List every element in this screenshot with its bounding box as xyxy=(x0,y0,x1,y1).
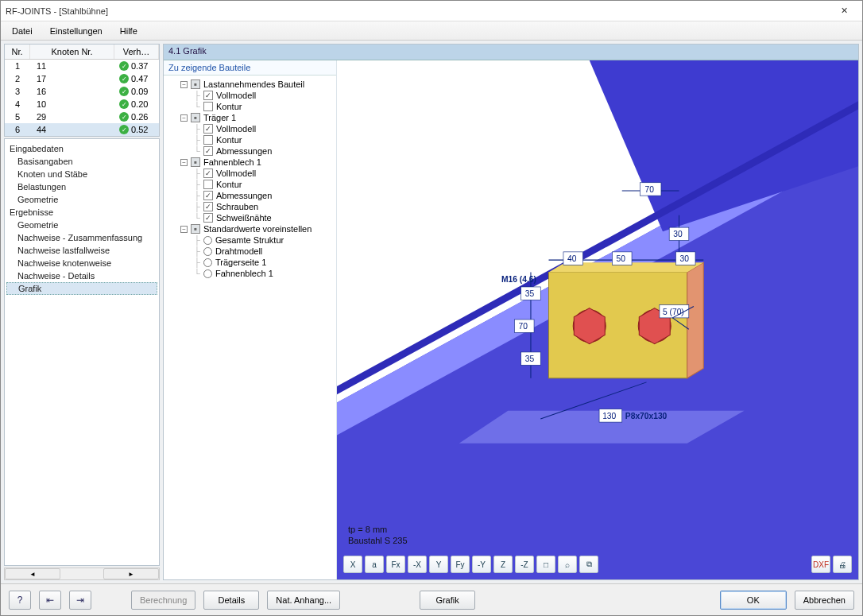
tree-item[interactable]: └Fahnenblech 1 xyxy=(165,268,335,279)
tree-line-icon: └ xyxy=(194,146,200,156)
menu-datei[interactable]: Datei xyxy=(4,24,41,38)
collapse-icon[interactable]: − xyxy=(180,81,188,88)
nav-item[interactable]: Nachweise lastfallweise xyxy=(6,244,157,257)
view-orient-button[interactable]: Fy xyxy=(451,556,470,573)
nav-item[interactable]: Knoten und Stäbe xyxy=(6,168,157,180)
tree-item[interactable]: ├Vollmodell xyxy=(165,90,335,101)
scroll-left-icon[interactable]: ◄ xyxy=(5,568,60,579)
checkbox[interactable] xyxy=(203,102,213,111)
print-button[interactable]: 🖨 xyxy=(833,556,852,573)
radio[interactable] xyxy=(203,269,212,278)
tree-item[interactable]: ├Vollmodell xyxy=(165,123,335,134)
view-orient-button[interactable]: ⌕ xyxy=(558,556,577,573)
nat-anhang-button[interactable]: Nat. Anhang... xyxy=(267,591,340,610)
tree-item[interactable]: ├Schrauben xyxy=(165,201,335,212)
collapse-icon[interactable]: − xyxy=(180,114,188,122)
nav-group[interactable]: Ergebnisse xyxy=(6,206,157,219)
cell-nr: 5 xyxy=(5,110,30,123)
tree-item[interactable]: ├Trägerseite 1 xyxy=(165,257,335,268)
tristate-checkbox[interactable] xyxy=(191,157,200,167)
view-orient-button[interactable]: □ xyxy=(536,556,555,573)
checkbox[interactable] xyxy=(203,124,213,134)
nav-item[interactable]: Nachweise - Zusammenfassung xyxy=(6,231,157,244)
left-column: Nr. Knoten Nr. Verh… 1 11 ✓0.372 17 ✓0.4… xyxy=(4,44,160,580)
ok-button[interactable]: OK xyxy=(720,591,787,610)
col-nr[interactable]: Nr. xyxy=(5,45,30,59)
tree-item[interactable]: ├Abmessungen xyxy=(165,190,335,201)
tristate-checkbox[interactable] xyxy=(191,79,200,89)
scroll-right-icon[interactable]: ► xyxy=(103,568,159,579)
table-row[interactable]: 3 16 ✓0.09 xyxy=(5,85,159,98)
table-row[interactable]: 2 17 ✓0.47 xyxy=(5,72,159,85)
cell-nr: 2 xyxy=(5,72,30,85)
tree-item[interactable]: └Kontur xyxy=(165,101,335,112)
radio[interactable] xyxy=(203,247,212,256)
tree-item[interactable]: ├Kontur xyxy=(165,179,335,190)
view-orient-button[interactable]: -Y xyxy=(472,556,491,573)
table-row[interactable]: 1 11 ✓0.37 xyxy=(5,60,159,72)
nav-scrollbar[interactable]: ◄ ► xyxy=(4,568,160,580)
details-button[interactable]: Details xyxy=(203,591,259,610)
table-row[interactable]: 4 10 ✓0.20 xyxy=(5,98,159,110)
collapse-icon[interactable]: − xyxy=(180,226,188,233)
checkbox[interactable] xyxy=(203,202,213,211)
nav-item[interactable]: Grafik xyxy=(6,282,157,295)
tree-item[interactable]: └Abmessungen xyxy=(165,145,335,157)
tree-group[interactable]: − Träger 1 xyxy=(165,112,335,123)
checkbox[interactable] xyxy=(203,146,213,156)
table-row[interactable]: 6 44 ✓0.52 xyxy=(5,123,159,136)
view-orient-button[interactable]: -X xyxy=(408,556,427,573)
view-orient-button[interactable]: a xyxy=(365,556,384,573)
radio[interactable] xyxy=(203,258,212,267)
tree-item[interactable]: ├Drahtmodell xyxy=(165,246,335,257)
scroll-track[interactable] xyxy=(60,568,103,579)
collapse-icon[interactable]: − xyxy=(180,159,188,166)
checkbox[interactable] xyxy=(203,191,213,200)
help-button[interactable]: ? xyxy=(9,591,31,610)
grafik-button[interactable]: Grafik xyxy=(420,591,475,610)
prev-icon[interactable]: ⇤ xyxy=(39,591,61,610)
nav-item[interactable]: Basisangaben xyxy=(6,155,157,168)
tree-item[interactable]: ├Kontur xyxy=(165,134,335,145)
table-row[interactable]: 5 29 ✓0.26 xyxy=(5,110,159,123)
nav-item[interactable]: Geometrie xyxy=(6,219,157,231)
nav-group[interactable]: Eingabedaten xyxy=(6,142,157,155)
checkbox[interactable] xyxy=(203,135,213,145)
checkbox[interactable] xyxy=(203,169,213,178)
tree-item[interactable]: └Schweißnähte xyxy=(165,212,335,223)
tristate-checkbox[interactable] xyxy=(191,224,200,234)
radio[interactable] xyxy=(203,236,212,245)
nav-item[interactable]: Nachweise - Details xyxy=(6,269,157,282)
berechnung-button[interactable]: Berechnung xyxy=(131,591,195,610)
dxf-export-button[interactable]: DXF xyxy=(811,556,830,573)
checkbox[interactable] xyxy=(203,91,213,100)
tree-line-icon: ├ xyxy=(194,191,200,200)
nav-item[interactable]: Belastungen xyxy=(6,180,157,193)
next-icon[interactable]: ⇥ xyxy=(69,591,91,610)
tristate-checkbox[interactable] xyxy=(191,113,200,122)
view-orient-button[interactable]: ⧉ xyxy=(579,556,598,573)
view-orient-button[interactable]: Fx xyxy=(386,556,405,573)
tree-item[interactable]: ├Gesamte Struktur xyxy=(165,234,335,246)
tree-group[interactable]: − Fahnenblech 1 xyxy=(165,157,335,168)
tree-group[interactable]: − Standardwerte voreinstellen xyxy=(165,223,335,234)
close-icon[interactable]: ✕ xyxy=(830,3,857,19)
checkbox[interactable] xyxy=(203,180,213,189)
viewport-3d[interactable]: 70 30 40 50 30 xyxy=(337,60,858,579)
nav-item[interactable]: Geometrie xyxy=(6,193,157,206)
abbrechen-button[interactable]: Abbrechen xyxy=(795,591,854,610)
menu-einstellungen[interactable]: Einstellungen xyxy=(42,24,110,38)
view-orient-button[interactable]: -Z xyxy=(515,556,534,573)
tree-item[interactable]: ├Vollmodell xyxy=(165,168,335,179)
view-orient-button[interactable]: Y xyxy=(429,556,448,573)
checkbox[interactable] xyxy=(203,213,213,223)
view-orient-button[interactable]: Z xyxy=(493,556,513,573)
view-orient-button[interactable]: X xyxy=(343,556,362,573)
tree-group[interactable]: − Lastannehmendes Bauteil xyxy=(165,79,335,90)
nav-item[interactable]: Nachweise knotenweise xyxy=(6,257,157,269)
graphics-body: Zu zeigende Bauteile − Lastannehmendes B… xyxy=(164,60,858,579)
menu-hilfe[interactable]: Hilfe xyxy=(112,24,145,38)
dim-h40: 40 xyxy=(567,254,577,263)
col-knoten[interactable]: Knoten Nr. xyxy=(30,45,114,59)
col-verh[interactable]: Verh… xyxy=(114,45,159,59)
